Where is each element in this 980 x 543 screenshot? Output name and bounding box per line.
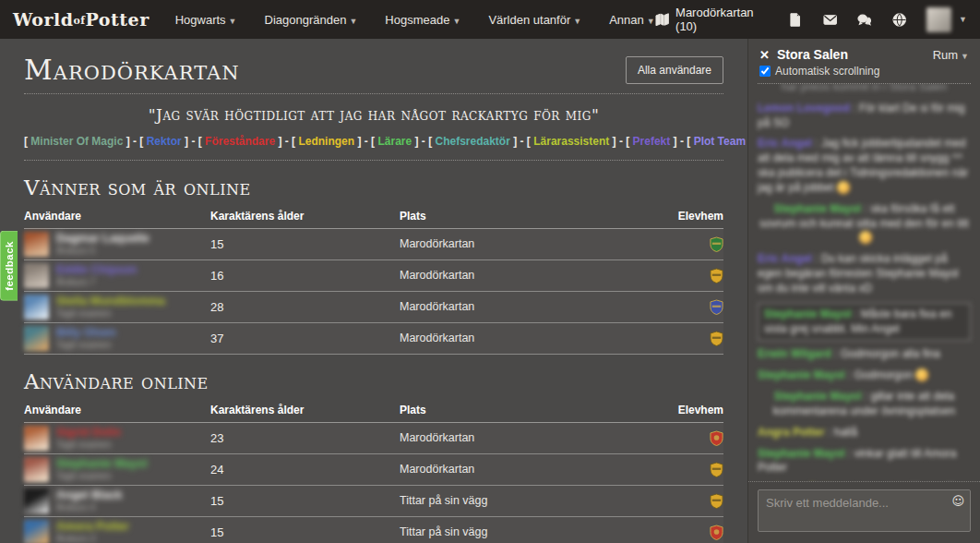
menu-hogsmeade[interactable]: Hogsmeade▼	[385, 13, 460, 27]
age-cell: 15	[210, 494, 400, 508]
chevron-down-icon: ▼	[959, 15, 967, 24]
friends-online-title: Vänner som är online	[24, 175, 723, 199]
user-subtitle: Årskurs 7	[56, 277, 137, 288]
age-cell: 24	[210, 463, 400, 477]
site-logo[interactable]: WorldofPotter	[13, 9, 149, 30]
role-link[interactable]: Prefekt	[626, 135, 687, 148]
place-cell: Tittar på sin vägg	[400, 494, 657, 507]
table-row[interactable]: Amora Potter Årskurs 3 15 Tittar på sin …	[24, 517, 723, 543]
avatar	[926, 7, 951, 32]
chevron-down-icon: ▼	[452, 17, 460, 26]
role-link[interactable]: Lärarassistent	[527, 135, 626, 148]
table-row[interactable]: Stephanie Mayol Tagit examen 24 Marodörk…	[24, 454, 723, 486]
chevron-down-icon: ▼	[573, 17, 581, 26]
table-row[interactable]: Stella Mundblomma Tagit examen 28 Marodö…	[24, 292, 723, 323]
user-name-link[interactable]: Stella Mundblomma	[56, 295, 165, 308]
house-crest-icon	[710, 299, 723, 315]
age-cell: 16	[210, 269, 400, 283]
chat-message: Stephanie Mayolgillar inte att dela komm…	[758, 390, 971, 419]
col-anvandare: Användare	[24, 404, 210, 416]
place-cell: Marodörkartan	[400, 431, 657, 444]
menu-annan[interactable]: Annan▼	[609, 13, 655, 27]
divider	[24, 93, 723, 94]
user-subtitle: Tagit examen	[56, 471, 148, 482]
age-cell: 23	[210, 431, 400, 445]
avatar	[24, 426, 49, 451]
chevron-down-icon: ▼	[349, 17, 357, 26]
main-menu: Hogwarts▼ Diagongränden▼ Hogsmeade▼ Värl…	[175, 13, 655, 27]
user-name-link[interactable]: Angel Black	[56, 489, 123, 502]
all-users-button[interactable]: Alla användare	[626, 56, 723, 84]
user-name-link[interactable]: Dagmar Laquelle	[56, 232, 149, 246]
age-cell: 37	[210, 332, 400, 345]
house-crest-icon	[710, 462, 723, 477]
user-name-link[interactable]: Eddie Chipson	[56, 263, 137, 277]
role-link[interactable]: Minister Of Magic	[24, 135, 139, 148]
house-crest-icon	[710, 493, 723, 509]
role-link[interactable]: Föreståndare	[198, 135, 292, 148]
chat-panel: ✕ Stora Salen Rum▼ Automatisk scrollning…	[747, 39, 980, 543]
autoscroll-checkbox[interactable]	[759, 66, 771, 77]
user-name-link[interactable]: Billy Olsen	[56, 326, 116, 340]
emoji-icon	[837, 181, 850, 194]
marauders-map-link[interactable]: Marodörkartan (10)	[655, 6, 769, 33]
role-link[interactable]: Plot Team	[687, 135, 747, 148]
table-row[interactable]: Eddie Chipson Årskurs 7 16 Marodörkartan	[24, 260, 723, 292]
close-icon[interactable]: ✕	[759, 48, 770, 62]
table-row[interactable]: Sigrid Dolin Tagit examen 23 Marodörkart…	[24, 423, 723, 454]
col-plats: Plats	[400, 404, 657, 416]
user-subtitle: Tagit examen	[56, 440, 121, 451]
emoji-picker-icon[interactable]: ☺	[951, 494, 964, 508]
role-link[interactable]: Ledningen	[292, 135, 371, 148]
feedback-tab[interactable]: feedback	[0, 231, 18, 301]
role-link[interactable]: Lärare	[371, 135, 428, 148]
user-subtitle: Årskurs 5	[56, 246, 149, 257]
user-name-link[interactable]: Stephanie Mayol	[56, 457, 148, 471]
chat-message: Stephanie MayolMåste bara fixa en sista …	[758, 303, 971, 342]
table-header: Användare Karaktärens ålder Plats Elevhe…	[24, 401, 723, 423]
col-alder: Karaktärens ålder	[210, 404, 400, 416]
age-cell: 28	[210, 300, 400, 314]
table-row[interactable]: Billy Olsen Tagit examen 37 Marodörkarta…	[24, 323, 723, 355]
role-link[interactable]: Rektor	[139, 135, 197, 148]
avatar	[24, 489, 49, 513]
emoji-icon	[915, 368, 928, 381]
globe-icon[interactable]	[892, 12, 906, 28]
user-name-link[interactable]: Sigrid Dolin	[56, 426, 121, 440]
menu-diagongranden[interactable]: Diagongränden▼	[265, 13, 358, 27]
col-elevhem: Elevhem	[678, 404, 723, 416]
avatar	[24, 295, 49, 320]
map-quote: "Jag svär högtidligt att jag har något r…	[24, 105, 723, 124]
mail-icon[interactable]	[823, 12, 837, 28]
chevron-down-icon: ▼	[961, 52, 969, 61]
chat-bubbles-icon[interactable]	[857, 12, 871, 28]
role-legend: Minister Of MagicRektorFöreståndareLedni…	[24, 131, 723, 152]
divider	[24, 160, 723, 161]
chat-message: Stephanie MayolGodmorgon	[758, 368, 971, 383]
place-cell: Marodörkartan	[400, 332, 657, 344]
role-link[interactable]: Chefsredaktör	[428, 135, 527, 148]
room-dropdown[interactable]: Rum▼	[933, 48, 969, 62]
chat-message: har precis kommit in i Stora Salen	[758, 84, 971, 95]
page-title: Marodörkartan	[24, 54, 240, 86]
menu-hogwarts[interactable]: Hogwarts▼	[175, 13, 237, 27]
chevron-down-icon: ▼	[229, 17, 237, 26]
chat-message: Angra Potterhallå	[758, 426, 971, 440]
user-name-link[interactable]: Amora Potter	[56, 520, 129, 534]
chat-message: Lemon LovegoodFör klart De si för mig på…	[758, 102, 971, 131]
autoscroll-toggle[interactable]: Automatisk scrollning	[759, 65, 969, 78]
chat-message: Stephanie Mayolska försöka få ett sovrum…	[758, 202, 971, 246]
house-crest-icon	[710, 236, 723, 252]
chat-message: Stephanie Mayolvinkar glatt till Amora P…	[758, 447, 971, 477]
menu-varlden-utanfor[interactable]: Världen utanför▼	[488, 13, 581, 27]
users-online-title: Användare online	[24, 369, 723, 393]
user-menu[interactable]: ▼	[926, 7, 967, 32]
main-content: feedback Marodörkartan Alla användare "J…	[0, 39, 747, 543]
table-row[interactable]: Angel Black Årskurs 4 15 Tittar på sin v…	[24, 486, 723, 517]
chat-message-list[interactable]: har precis kommit in i Stora Salen Lemon…	[748, 84, 980, 481]
table-row[interactable]: Dagmar Laquelle Årskurs 5 15 Marodörkart…	[24, 229, 723, 260]
chat-message-input[interactable]: Skriv ett meddelande... ☺	[758, 489, 971, 532]
avatar	[24, 326, 49, 351]
chat-message: Eric AngelDu kan skicka inlägget på egen…	[758, 252, 971, 296]
document-icon[interactable]	[788, 12, 802, 28]
